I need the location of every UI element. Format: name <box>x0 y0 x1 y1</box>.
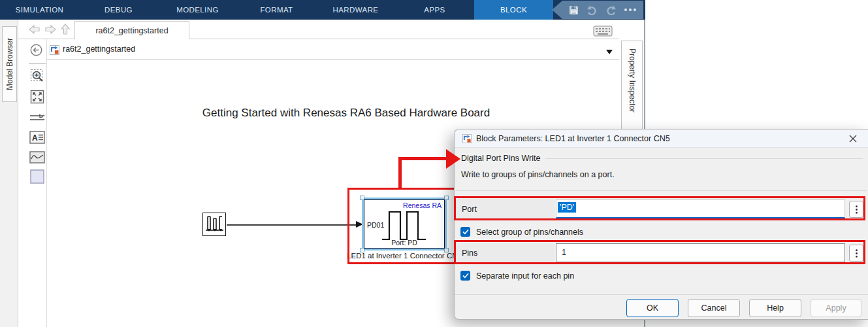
red-arrow-annotation <box>398 159 402 190</box>
svg-text:A: A <box>32 133 38 143</box>
select-group-checkbox-row: Select group of pins/channels <box>460 227 583 237</box>
simulink-model-icon <box>50 45 59 58</box>
breadcrumb-back-icon[interactable] <box>30 44 42 59</box>
red-highlight-pins-row <box>454 240 865 264</box>
undo-icon[interactable] <box>586 5 598 15</box>
document-tab[interactable]: ra6t2_gettingstarted <box>74 21 189 39</box>
ribbon-tab-simulation[interactable]: SIMULATION <box>0 0 79 20</box>
pulse-source-block[interactable] <box>202 213 226 236</box>
select-group-checkbox-label[interactable]: Select group of pins/channels <box>476 228 583 237</box>
model-browser-tab[interactable]: Model Browser <box>2 26 17 102</box>
scope-viewer-icon[interactable] <box>29 149 45 165</box>
close-icon[interactable] <box>847 133 859 145</box>
fit-to-view-icon[interactable] <box>29 89 45 105</box>
ribbon-bar: SIMULATION DEBUG MODELING FORMAT HARDWAR… <box>0 0 645 20</box>
breadcrumb-dropdown-icon[interactable] <box>606 50 613 54</box>
ribbon-tab-apps[interactable]: APPS <box>395 0 474 20</box>
signal-wire[interactable] <box>227 224 356 226</box>
navigate-forward-icon[interactable] <box>44 25 56 37</box>
red-highlight-port-row <box>454 196 865 220</box>
ok-button[interactable]: OK <box>626 299 679 317</box>
keyboard-icon[interactable] <box>593 26 613 39</box>
dialog-heading-text: Digital Port Pins Write <box>461 154 540 163</box>
navigate-back-icon[interactable] <box>29 25 40 37</box>
property-inspector-tab[interactable]: Property Inspector <box>621 41 643 136</box>
redo-icon[interactable] <box>605 5 617 15</box>
model-annotation-title: Getting Started with Renesas RA6 Based H… <box>163 107 529 120</box>
model-browser-strip: Model Browser <box>0 20 18 327</box>
separate-input-checkbox[interactable] <box>460 271 470 281</box>
quick-access-toolbar <box>552 1 643 19</box>
ribbon-tab-block[interactable]: BLOCK <box>474 0 553 20</box>
property-inspector-tab-label: Property Inspector <box>628 48 637 112</box>
checkmark-icon <box>462 229 469 235</box>
zoom-region-icon[interactable] <box>29 68 45 84</box>
separate-input-checkbox-row: Separate input for each pin <box>460 271 574 281</box>
dialog-description: Write to groups of pins/channels on a po… <box>461 170 615 179</box>
save-icon[interactable] <box>568 5 579 16</box>
help-button[interactable]: Help <box>749 299 801 317</box>
annotation-icon[interactable]: A <box>29 129 45 145</box>
ribbon-tab-format[interactable]: FORMAT <box>237 0 316 20</box>
toolbar-border <box>46 39 47 327</box>
area-box-icon[interactable] <box>29 169 45 184</box>
pulse-train-icon <box>203 213 224 234</box>
red-highlight-block <box>347 188 468 264</box>
red-arrow-head <box>446 149 460 169</box>
checkmark-icon <box>462 273 469 279</box>
dialog-title: Block Parameters: LED1 at Inverter 1 Con… <box>476 129 670 148</box>
cancel-button[interactable]: Cancel <box>688 299 740 317</box>
dialog-footer-separator <box>455 294 868 295</box>
more-options-icon[interactable] <box>624 8 637 12</box>
red-arrow-annotation <box>398 157 446 160</box>
signal-routing-icon[interactable] <box>29 110 45 126</box>
breadcrumb-model-name[interactable]: ra6t2_gettingstarted <box>63 44 135 54</box>
dialog-block-type-heading: Digital Port Pins Write <box>461 154 863 163</box>
dialog-separator <box>456 190 867 191</box>
toolbar-divider <box>29 63 46 64</box>
separate-input-checkbox-label[interactable]: Separate input for each pin <box>476 271 574 281</box>
navigate-up-icon[interactable] <box>61 24 70 38</box>
block-parameters-dialog: Block Parameters: LED1 at Inverter 1 Con… <box>454 129 868 320</box>
apply-button: Apply <box>811 299 861 317</box>
simulink-window: SIMULATION DEBUG MODELING FORMAT HARDWAR… <box>0 0 868 327</box>
model-browser-tab-label: Model Browser <box>5 38 14 90</box>
ribbon-tab-debug[interactable]: DEBUG <box>79 0 158 20</box>
ribbon-tabs: SIMULATION DEBUG MODELING FORMAT HARDWAR… <box>0 0 553 20</box>
select-group-checkbox[interactable] <box>460 227 470 237</box>
simulink-model-icon <box>462 134 472 145</box>
ribbon-tab-hardware[interactable]: HARDWARE <box>316 0 395 20</box>
ribbon-tab-modeling[interactable]: MODELING <box>158 0 237 20</box>
